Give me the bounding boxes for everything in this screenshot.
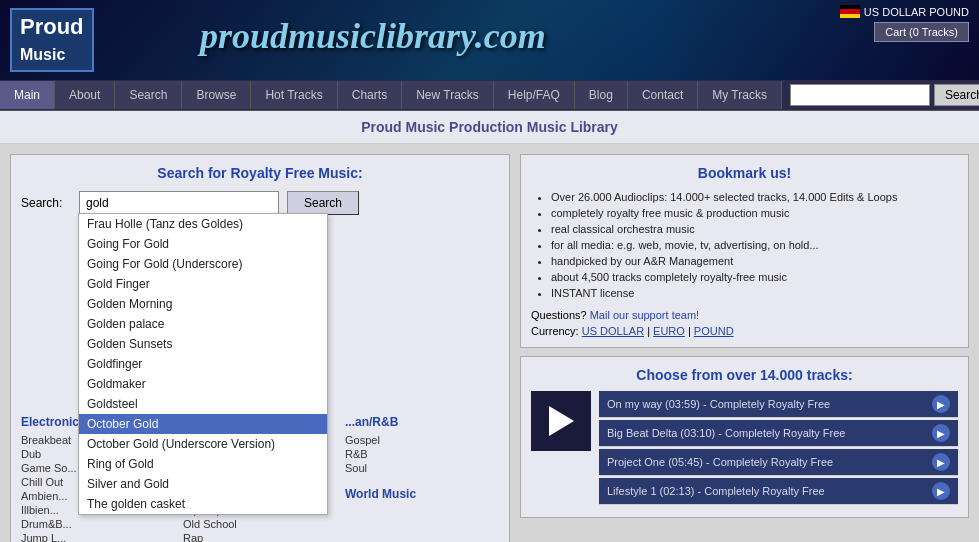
currency-usd-link[interactable]: US DOLLAR xyxy=(582,325,644,337)
bookmark-title: Bookmark us! xyxy=(531,165,958,181)
dropdown-item[interactable]: Silver and Gold xyxy=(79,474,327,494)
track-item: On my way (03:59) - Completely Royalty F… xyxy=(599,391,958,418)
nav-bar: Main About Search Browse Hot Tracks Char… xyxy=(0,80,979,111)
questions-row: Questions? Mail our support team! xyxy=(531,309,958,321)
bookmark-item: real classical orchestra music xyxy=(551,221,958,237)
dropdown-item[interactable]: Going For Gold xyxy=(79,234,327,254)
dropdown-item[interactable]: Ring of Gold xyxy=(79,454,327,474)
dropdown-item[interactable]: Golden palace xyxy=(79,314,327,334)
logo-proud: Proud xyxy=(20,14,84,39)
bookmark-box: Bookmark us! Over 26.000 Audioclips: 14.… xyxy=(520,154,969,348)
genre-item[interactable]: Soul xyxy=(345,461,499,475)
genre-item[interactable]: Gospel xyxy=(345,433,499,447)
nav-tab-helpfaq[interactable]: Help/FAQ xyxy=(494,81,575,109)
currency-static-label: Currency: xyxy=(531,325,582,337)
dropdown-item[interactable]: Goldmaker xyxy=(79,374,327,394)
dropdown-item[interactable]: Goldfinger xyxy=(79,354,327,374)
bookmark-item: handpicked by our A&R Management xyxy=(551,253,958,269)
track-label: Lifestyle 1 (02:13) - Completely Royalty… xyxy=(607,485,932,497)
track-label: Big Beat Delta (03:10) - Completely Roya… xyxy=(607,427,932,439)
dropdown-item[interactable]: Goldsteel xyxy=(79,394,327,414)
nav-tab-search[interactable]: Search xyxy=(115,81,182,109)
logo: Proud Music xyxy=(10,8,94,72)
cart-button[interactable]: Cart (0 Tracks) xyxy=(874,22,969,42)
track-label: On my way (03:59) - Completely Royalty F… xyxy=(607,398,932,410)
player-area: On my way (03:59) - Completely Royalty F… xyxy=(531,391,958,507)
search-row: Search: Search xyxy=(21,191,499,215)
bookmark-item: completely royalty free music & producti… xyxy=(551,205,958,221)
track-play-button[interactable]: ▶ xyxy=(932,395,950,413)
main-content: Search for Royalty Free Music: Search: S… xyxy=(0,144,979,542)
bookmark-item: Over 26.000 Audioclips: 14.000+ selected… xyxy=(551,189,958,205)
genre-item[interactable]: Jump L... xyxy=(21,531,175,542)
nav-tab-contact[interactable]: Contact xyxy=(628,81,698,109)
dropdown-item[interactable]: Frau Holle (Tanz des Goldes) xyxy=(79,214,327,234)
track-item: Lifestyle 1 (02:13) - Completely Royalty… xyxy=(599,478,958,505)
track-item: Project One (05:45) - Completely Royalty… xyxy=(599,449,958,476)
tracks-title: Choose from over 14.000 tracks: xyxy=(531,367,958,383)
genre-item[interactable]: R&B xyxy=(345,447,499,461)
track-play-button[interactable]: ▶ xyxy=(932,424,950,442)
nav-search-button[interactable]: Search xyxy=(934,84,979,106)
dropdown-item[interactable]: Going For Gold (Underscore) xyxy=(79,254,327,274)
genre-item[interactable]: Drum&B... xyxy=(21,517,175,531)
nav-tab-blog[interactable]: Blog xyxy=(575,81,628,109)
genre-item[interactable]: Rap xyxy=(183,531,337,542)
currency-label: US DOLLAR POUND xyxy=(864,6,969,18)
track-play-button[interactable]: ▶ xyxy=(932,453,950,471)
nav-tab-new-tracks[interactable]: New Tracks xyxy=(402,81,494,109)
genre-title-randb: ...an/R&B xyxy=(345,415,499,429)
dropdown-item[interactable]: Golden Sunsets xyxy=(79,334,327,354)
genre-title-world: World Music xyxy=(345,487,499,501)
nav-tab-my-tracks[interactable]: My Tracks xyxy=(698,81,782,109)
dropdown-item[interactable]: Golden Morning xyxy=(79,294,327,314)
site-title: proudmusiclibrary.com xyxy=(200,15,546,57)
currency-row: Currency: US DOLLAR | EURO | POUND xyxy=(531,325,958,337)
tracks-box: Choose from over 14.000 tracks: On my wa… xyxy=(520,356,969,518)
genre-item[interactable]: Old School xyxy=(183,517,337,531)
dropdown-item-selected[interactable]: October Gold xyxy=(79,414,327,434)
questions-label: Questions? xyxy=(531,309,590,321)
bookmark-list: Over 26.000 Audioclips: 14.000+ selected… xyxy=(551,189,958,301)
nav-tab-about[interactable]: About xyxy=(55,81,115,109)
play-button[interactable] xyxy=(531,391,591,451)
bookmark-item: INSTANT license xyxy=(551,285,958,301)
page-title: Proud Music Production Music Library xyxy=(361,119,618,135)
dropdown-item[interactable]: Gold Finger xyxy=(79,274,327,294)
search-button[interactable]: Search xyxy=(287,191,359,215)
track-label: Project One (05:45) - Completely Royalty… xyxy=(607,456,932,468)
nav-tab-charts[interactable]: Charts xyxy=(338,81,402,109)
search-label: Search: xyxy=(21,196,71,210)
genre-section-randb: ...an/R&B Gospel R&B Soul World Music xyxy=(345,415,499,542)
page-title-bar: Proud Music Production Music Library xyxy=(0,111,979,144)
track-item: Big Beat Delta (03:10) - Completely Roya… xyxy=(599,420,958,447)
play-icon xyxy=(549,406,574,436)
header: Proud Music proudmusiclibrary.com US DOL… xyxy=(0,0,979,80)
nav-search-area: Search xyxy=(782,80,979,110)
left-panel: Search for Royalty Free Music: Search: S… xyxy=(10,154,510,542)
flag-de-icon xyxy=(840,5,860,18)
bookmark-item: about 4,500 tracks completely royalty-fr… xyxy=(551,269,958,285)
search-dropdown: Frau Holle (Tanz des Goldes) Going For G… xyxy=(78,213,328,515)
logo-music: Music xyxy=(20,46,65,63)
top-right: US DOLLAR POUND Cart (0 Tracks) xyxy=(840,5,969,42)
nav-tab-browse[interactable]: Browse xyxy=(182,81,251,109)
currency-flag: US DOLLAR POUND xyxy=(840,5,969,18)
track-play-button[interactable]: ▶ xyxy=(932,482,950,500)
bookmark-item: for all media: e.g. web, movie, tv, adve… xyxy=(551,237,958,253)
nav-tab-hot-tracks[interactable]: Hot Tracks xyxy=(251,81,337,109)
track-list: On my way (03:59) - Completely Royalty F… xyxy=(599,391,958,507)
logo-box: Proud Music xyxy=(10,8,94,72)
dropdown-item[interactable]: The golden casket xyxy=(79,494,327,514)
search-input[interactable] xyxy=(79,191,279,215)
currency-eur-link[interactable]: EURO xyxy=(653,325,685,337)
right-panel: Bookmark us! Over 26.000 Audioclips: 14.… xyxy=(520,154,969,542)
support-link[interactable]: Mail our support team! xyxy=(590,309,699,321)
left-panel-title: Search for Royalty Free Music: xyxy=(21,165,499,181)
nav-tab-main[interactable]: Main xyxy=(0,81,55,109)
currency-gbp-link[interactable]: POUND xyxy=(694,325,734,337)
dropdown-item[interactable]: October Gold (Underscore Version) xyxy=(79,434,327,454)
nav-search-input[interactable] xyxy=(790,84,930,106)
